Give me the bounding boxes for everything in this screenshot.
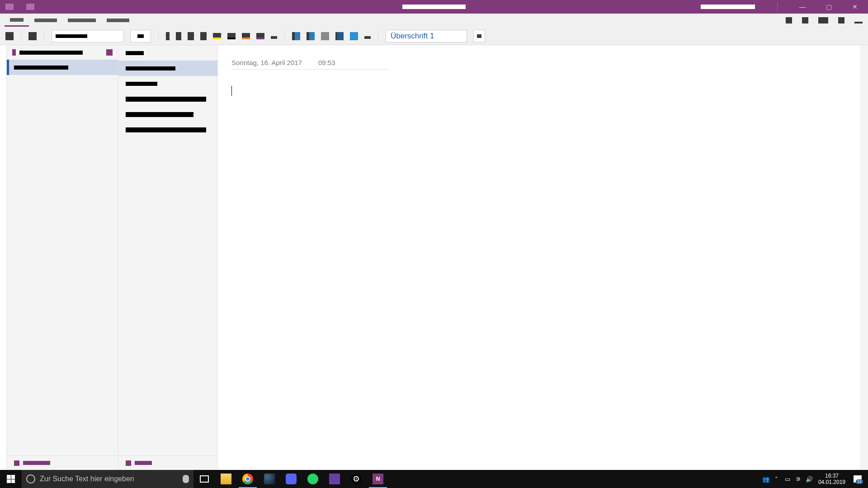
windows-logo-icon bbox=[7, 475, 15, 483]
notebook-title bbox=[19, 51, 83, 55]
add-page-label bbox=[135, 461, 152, 465]
highlight-preset-1[interactable] bbox=[242, 33, 250, 39]
font-color-button[interactable] bbox=[227, 33, 236, 39]
add-section-button[interactable] bbox=[7, 455, 118, 470]
taskbar-app-steam[interactable] bbox=[259, 470, 280, 488]
notebook-header[interactable] bbox=[7, 45, 118, 60]
taskbar-app-chrome[interactable] bbox=[237, 470, 259, 488]
page-label bbox=[126, 51, 144, 55]
add-section-label bbox=[23, 461, 50, 465]
divider bbox=[777, 2, 778, 11]
underline-button[interactable] bbox=[188, 32, 194, 40]
battery-icon[interactable]: ▭ bbox=[782, 470, 793, 488]
vertical-scrollbar[interactable] bbox=[860, 45, 868, 470]
italic-button[interactable] bbox=[176, 32, 181, 40]
page-date: Sonntag, 16. April 2017 bbox=[231, 59, 302, 66]
ribbon-tab-3[interactable] bbox=[101, 14, 135, 27]
window-title bbox=[402, 5, 466, 9]
taskbar-search[interactable]: Zur Suche Text hier eingeben bbox=[22, 470, 193, 488]
page-item[interactable] bbox=[118, 122, 217, 137]
bullet-list-button[interactable] bbox=[292, 32, 300, 40]
style-dropdown-button[interactable] bbox=[473, 30, 485, 42]
highlight-color-button[interactable] bbox=[213, 33, 221, 39]
undo-button[interactable] bbox=[5, 32, 14, 40]
main-area: Sonntag, 16. April 2017 09:53 bbox=[0, 45, 868, 470]
sections-panel bbox=[7, 45, 118, 470]
page-item[interactable] bbox=[118, 76, 217, 91]
taskbar-clock[interactable]: 16:37 04.01.2019 bbox=[815, 473, 849, 485]
windows-taskbar: Zur Suche Text hier eingeben ⚙N 👥 ˄ ▭ ⚞ … bbox=[0, 470, 868, 488]
ribbon-action-1-icon[interactable] bbox=[786, 17, 792, 23]
add-page-button[interactable] bbox=[118, 455, 217, 470]
number-list-button[interactable] bbox=[307, 32, 315, 40]
font-family-select[interactable] bbox=[52, 30, 124, 42]
ribbon-tabs bbox=[0, 14, 868, 27]
more-formatting-icon[interactable] bbox=[271, 36, 277, 39]
minimize-button[interactable]: — bbox=[789, 0, 816, 14]
page-item[interactable] bbox=[118, 91, 217, 107]
page-item[interactable] bbox=[118, 61, 217, 76]
clipboard-button[interactable] bbox=[28, 32, 37, 40]
divider bbox=[21, 30, 21, 42]
divider bbox=[44, 30, 44, 42]
page-label bbox=[126, 112, 193, 117]
divider bbox=[158, 30, 159, 42]
page-item[interactable] bbox=[118, 107, 217, 122]
ribbon-action-4-icon[interactable] bbox=[838, 17, 844, 23]
page-label bbox=[126, 127, 206, 132]
page-time: 09:53 bbox=[318, 59, 335, 66]
microphone-icon[interactable] bbox=[183, 475, 189, 483]
taskbar-app-discord[interactable] bbox=[280, 470, 302, 488]
people-icon[interactable]: 👥 bbox=[760, 470, 771, 488]
action-center-button[interactable]: 22 bbox=[849, 470, 866, 488]
start-button[interactable] bbox=[0, 470, 22, 488]
divider bbox=[378, 30, 378, 42]
clock-date: 04.01.2019 bbox=[818, 479, 845, 485]
add-section-icon[interactable] bbox=[106, 49, 113, 56]
indent-increase-button[interactable] bbox=[335, 32, 344, 40]
highlight-preset-2[interactable] bbox=[256, 33, 264, 39]
maximize-button[interactable]: ▢ bbox=[816, 0, 842, 14]
twitch-icon bbox=[329, 474, 340, 484]
ribbon-tab-2[interactable] bbox=[62, 14, 101, 27]
page-label bbox=[126, 66, 175, 70]
taskbar-app-whatsapp[interactable] bbox=[302, 470, 324, 488]
nav-back-icon[interactable] bbox=[5, 4, 14, 10]
font-size-select[interactable] bbox=[130, 30, 151, 42]
close-button[interactable]: ✕ bbox=[842, 0, 868, 14]
file-explorer-icon bbox=[221, 474, 231, 484]
section-item[interactable] bbox=[7, 60, 118, 75]
ribbon-tab-1[interactable] bbox=[29, 14, 62, 27]
volume-icon[interactable]: 🔊 bbox=[804, 470, 815, 488]
plus-icon bbox=[14, 460, 19, 466]
taskbar-app-file-explorer[interactable] bbox=[215, 470, 237, 488]
whatsapp-icon bbox=[307, 474, 318, 484]
page-item[interactable] bbox=[118, 45, 217, 61]
account-label[interactable] bbox=[701, 5, 755, 9]
nav-forward-icon[interactable] bbox=[26, 4, 34, 10]
ribbon-action-3-icon[interactable] bbox=[818, 17, 828, 23]
taskbar-app-twitch[interactable] bbox=[324, 470, 345, 488]
ribbon-collapse-icon[interactable] bbox=[854, 22, 863, 23]
ribbon-action-2-icon[interactable] bbox=[802, 17, 808, 23]
settings-icon: ⚙ bbox=[351, 474, 361, 484]
wifi-icon[interactable]: ⚞ bbox=[793, 470, 804, 488]
steam-icon bbox=[264, 474, 275, 484]
taskbar-app-settings[interactable]: ⚙ bbox=[345, 470, 367, 488]
taskbar-app-onenote[interactable]: N bbox=[367, 470, 389, 488]
ribbon-tab-0[interactable] bbox=[5, 14, 29, 27]
strike-button[interactable] bbox=[200, 32, 207, 40]
style-select[interactable]: Überschrift 1 bbox=[386, 30, 467, 42]
page-canvas[interactable]: Sonntag, 16. April 2017 09:53 bbox=[218, 45, 868, 470]
bold-button[interactable] bbox=[166, 32, 170, 40]
task-view-button[interactable] bbox=[193, 470, 215, 488]
paragraph-more-icon[interactable] bbox=[364, 36, 371, 39]
ribbon-tab-label bbox=[34, 19, 57, 22]
page-label bbox=[126, 82, 157, 86]
ribbon-tab-label bbox=[107, 19, 129, 22]
cortana-icon bbox=[26, 474, 35, 483]
indent-decrease-button[interactable] bbox=[321, 32, 329, 40]
align-button[interactable] bbox=[350, 32, 358, 40]
tray-chevron-icon[interactable]: ˄ bbox=[771, 470, 782, 488]
search-placeholder: Zur Suche Text hier eingeben bbox=[40, 475, 134, 483]
